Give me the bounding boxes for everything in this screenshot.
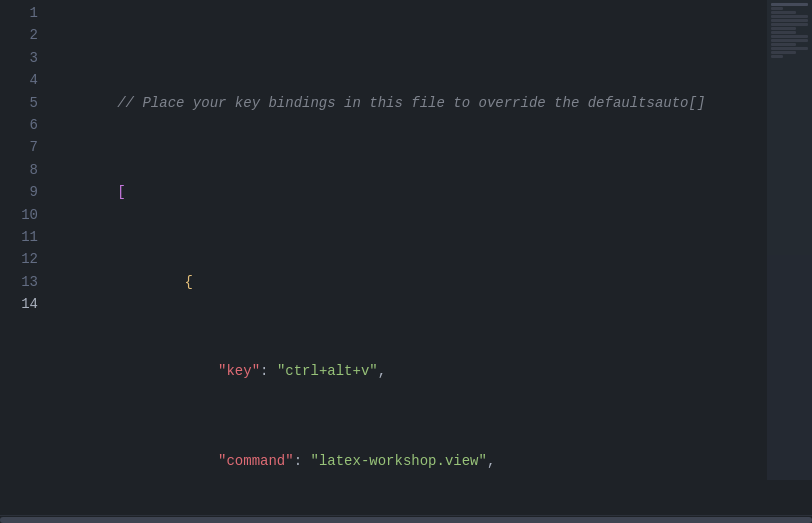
line-num-6: 6 [8, 114, 38, 136]
comma-token: , [487, 453, 495, 469]
key-token: "key" [218, 363, 260, 379]
editor-container: 1 2 3 4 5 6 7 8 9 10 11 12 13 14 // Plac… [0, 0, 812, 523]
minimap-line [771, 11, 796, 14]
minimap-line [771, 27, 796, 30]
colon-token: : [260, 363, 277, 379]
minimap-line [771, 35, 808, 38]
line-num-7: 7 [8, 136, 38, 158]
line-num-3: 3 [8, 47, 38, 69]
line-numbers: 1 2 3 4 5 6 7 8 9 10 11 12 13 14 [0, 0, 50, 515]
code-area[interactable]: 1 2 3 4 5 6 7 8 9 10 11 12 13 14 // Plac… [0, 0, 812, 515]
minimap-line [771, 23, 808, 26]
indent-token [117, 453, 218, 469]
minimap-line [771, 43, 796, 46]
colon-token: : [294, 453, 311, 469]
code-line-2: [ [50, 159, 812, 181]
line-num-13: 13 [8, 271, 38, 293]
code-line-5: "command": "latex-workshop.view", [50, 427, 812, 449]
line-num-10: 10 [8, 204, 38, 226]
minimap-line [771, 39, 808, 42]
minimap-content [767, 0, 812, 61]
horizontal-scrollbar[interactable] [0, 515, 812, 523]
string-token: "ctrl+alt+v" [277, 363, 378, 379]
line-num-1: 1 [8, 2, 38, 24]
brace-token: { [184, 274, 192, 290]
minimap-line [771, 19, 808, 22]
line-num-9: 9 [8, 181, 38, 203]
line-num-8: 8 [8, 159, 38, 181]
minimap-line [771, 7, 783, 10]
line-num-5: 5 [8, 92, 38, 114]
string-token: "latex-workshop.view" [310, 453, 486, 469]
minimap-line [771, 31, 796, 34]
indent-token [117, 363, 218, 379]
line-num-2: 2 [8, 24, 38, 46]
indent-token [117, 274, 184, 290]
minimap-line [771, 47, 808, 50]
scrollbar-thumb[interactable] [0, 517, 812, 523]
minimap-line [771, 51, 796, 54]
key-token: "command" [218, 453, 294, 469]
line-num-12: 12 [8, 248, 38, 270]
line-num-14: 14 [8, 293, 38, 315]
comment-token: // Place your key bindings in this file … [117, 95, 705, 111]
code-editor[interactable]: // Place your key bindings in this file … [50, 0, 812, 515]
code-line-3: { [50, 248, 812, 270]
minimap-line [771, 3, 808, 6]
line-num-11: 11 [8, 226, 38, 248]
bracket-token: [ [117, 184, 125, 200]
minimap-line [771, 55, 783, 58]
code-line-4: "key": "ctrl+alt+v", [50, 338, 812, 360]
minimap[interactable] [767, 0, 812, 480]
comma-token: , [378, 363, 386, 379]
code-line-1: // Place your key bindings in this file … [50, 69, 812, 91]
line-num-4: 4 [8, 69, 38, 91]
minimap-line [771, 15, 808, 18]
